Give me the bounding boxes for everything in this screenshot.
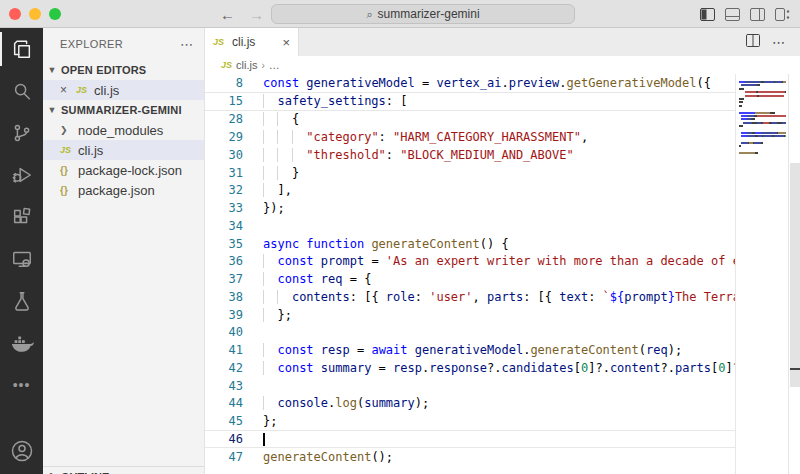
line-number[interactable]: 30: [205, 148, 263, 162]
line-number[interactable]: 15: [205, 94, 263, 108]
explorer-icon[interactable]: [0, 28, 43, 70]
editor-group: JS cli.js × ⋯ JS cli.js › … 8const gener…: [205, 28, 800, 474]
code-line-text: "category": "HARM_CATEGORY_HARASSMENT",: [263, 130, 735, 144]
account-icon[interactable]: [0, 430, 43, 472]
code-line[interactable]: 33});: [205, 199, 735, 217]
code-line[interactable]: 41 const resp = await generativeModel.ge…: [205, 341, 735, 359]
explorer-more-actions-icon[interactable]: ⋯: [180, 37, 194, 52]
indent-guide: [292, 130, 293, 144]
toggle-primary-sidebar-icon[interactable]: [700, 8, 715, 21]
file-tree-item-package.json[interactable]: {}package.json: [43, 180, 204, 200]
code-line[interactable]: 29 "category": "HARM_CATEGORY_HARASSMENT…: [205, 128, 735, 146]
search-icon: ⌕: [366, 8, 372, 21]
breadcrumb[interactable]: JS cli.js › …: [205, 56, 800, 74]
line-number[interactable]: 40: [205, 325, 263, 339]
file-tree-item-node_modules[interactable]: ❯node_modules: [43, 120, 204, 140]
line-number[interactable]: 47: [205, 450, 263, 464]
run-debug-icon[interactable]: [0, 154, 43, 196]
close-window-button[interactable]: [9, 8, 21, 20]
code-line-text: contents: [{ role: 'user', parts: [{ tex…: [263, 290, 735, 304]
toggle-secondary-sidebar-icon[interactable]: [750, 8, 765, 21]
customize-layout-icon[interactable]: [775, 8, 790, 21]
line-number[interactable]: 35: [205, 237, 263, 251]
code-line[interactable]: 28 {: [205, 111, 735, 129]
code-line[interactable]: 39 };: [205, 306, 735, 324]
workspace-section-header[interactable]: ▼ SUMMARIZER-GEMINI: [43, 100, 204, 120]
js-file-icon: JS: [221, 60, 232, 70]
close-tab-icon[interactable]: ×: [282, 35, 290, 50]
code-line[interactable]: 37 const req = {: [205, 270, 735, 288]
navigate-back-button[interactable]: ←: [220, 6, 235, 23]
code-line[interactable]: 30 "threshold": "BLOCK_MEDIUM_AND_ABOVE": [205, 146, 735, 164]
line-number[interactable]: 44: [205, 396, 263, 410]
code-line[interactable]: 43: [205, 377, 735, 395]
code-line[interactable]: 44 console.log(summary);: [205, 395, 735, 413]
code-line[interactable]: 15 safety_settings: [: [205, 93, 735, 111]
code-line[interactable]: 36 const prompt = 'As an expert writer w…: [205, 253, 735, 271]
line-number[interactable]: 29: [205, 130, 263, 144]
line-number[interactable]: 8: [205, 76, 263, 90]
indent-guide: [292, 148, 293, 162]
code-line[interactable]: 8const generativeModel = vertex_ai.previ…: [205, 75, 735, 93]
indent-guide: [263, 130, 264, 144]
code-line[interactable]: 45};: [205, 412, 735, 430]
testing-icon[interactable]: [0, 280, 43, 322]
code-line[interactable]: 47generateContent();: [205, 448, 735, 466]
code-line-text: [263, 379, 735, 393]
source-control-icon[interactable]: [0, 112, 43, 154]
zoom-window-button[interactable]: [49, 8, 61, 20]
editor-more-actions-icon[interactable]: ⋯: [772, 35, 786, 50]
code-line[interactable]: 38 contents: [{ role: 'user', parts: [{ …: [205, 288, 735, 306]
file-tree-item-package-lock.json[interactable]: {}package-lock.json: [43, 160, 204, 180]
minimap[interactable]: [735, 74, 788, 474]
line-number[interactable]: 32: [205, 183, 263, 197]
line-number[interactable]: 39: [205, 308, 263, 322]
close-editor-icon[interactable]: ×: [60, 83, 72, 97]
code-line[interactable]: 31 }: [205, 164, 735, 182]
line-number[interactable]: 41: [205, 343, 263, 357]
minimap-line: [739, 152, 786, 155]
navigate-forward-button[interactable]: →: [249, 6, 264, 23]
search-text: summarizer-gemini: [378, 7, 480, 21]
code-editor[interactable]: 8const generativeModel = vertex_ai.previ…: [205, 74, 735, 474]
code-line[interactable]: 42 const summary = resp.response?.candid…: [205, 359, 735, 377]
line-number[interactable]: 38: [205, 290, 263, 304]
indent-guide: [277, 130, 278, 144]
vertical-scrollbar[interactable]: [788, 74, 800, 474]
open-editors-section-header[interactable]: ▼ OPEN EDITORS: [43, 60, 204, 80]
split-editor-icon[interactable]: [746, 33, 760, 51]
minimize-window-button[interactable]: [29, 8, 41, 20]
remote-explorer-icon[interactable]: [0, 238, 43, 280]
line-number[interactable]: 45: [205, 414, 263, 428]
code-line-text: {: [263, 112, 735, 126]
line-number[interactable]: 37: [205, 272, 263, 286]
line-number[interactable]: 43: [205, 379, 263, 393]
docker-icon[interactable]: [0, 322, 43, 364]
command-center-search[interactable]: ⌕ summarizer-gemini: [271, 4, 575, 24]
line-number[interactable]: 28: [205, 112, 263, 126]
code-line[interactable]: 46: [205, 430, 735, 448]
more-views-icon[interactable]: •••: [0, 364, 43, 406]
json-file-icon: {}: [60, 185, 74, 196]
open-editor-item-cli.js[interactable]: ×JScli.js: [43, 80, 204, 100]
outline-section-header[interactable]: ❯ OUTLINE: [43, 466, 204, 474]
file-tree-item-cli.js[interactable]: JScli.js: [43, 140, 204, 160]
line-number[interactable]: 33: [205, 201, 263, 215]
text-cursor: [263, 433, 265, 446]
code-line[interactable]: 40: [205, 324, 735, 342]
line-number[interactable]: 31: [205, 166, 263, 180]
js-file-icon: JS: [213, 37, 227, 47]
code-line[interactable]: 32 ],: [205, 182, 735, 200]
search-icon[interactable]: [0, 70, 43, 112]
code-line[interactable]: 35async function generateContent() {: [205, 235, 735, 253]
line-number[interactable]: 46: [205, 432, 263, 446]
line-number[interactable]: 34: [205, 219, 263, 233]
file-label: cli.js: [78, 143, 103, 158]
line-number[interactable]: 42: [205, 361, 263, 375]
tab-cli-js[interactable]: JS cli.js ×: [205, 28, 299, 56]
line-number[interactable]: 36: [205, 254, 263, 268]
scrollbar-slider[interactable]: [790, 163, 800, 387]
extensions-icon[interactable]: [0, 196, 43, 238]
code-line[interactable]: 34: [205, 217, 735, 235]
toggle-panel-icon[interactable]: [725, 8, 740, 21]
